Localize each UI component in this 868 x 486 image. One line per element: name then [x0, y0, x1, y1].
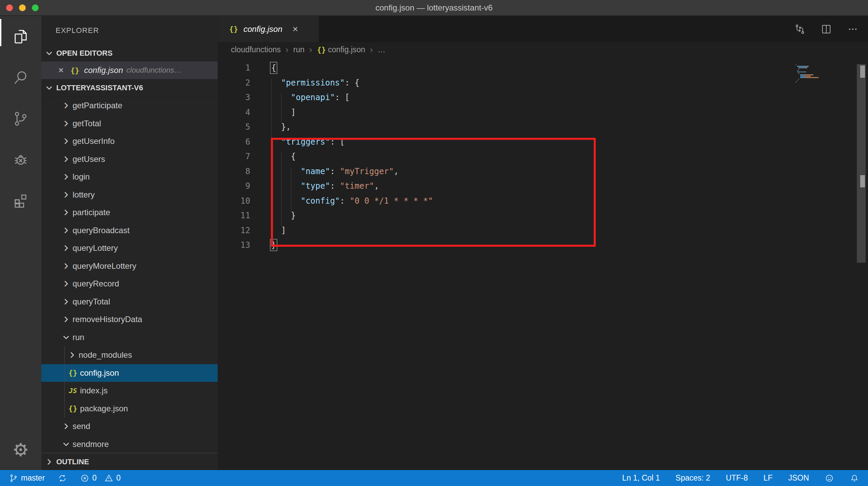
tree-item-label: queryTotal	[73, 297, 110, 306]
tab-label: config.json	[243, 24, 282, 34]
code-editor[interactable]: 1{2 "permissions": {3 "openapi": [4 ]5 }…	[218, 57, 868, 470]
errors-icon	[80, 473, 90, 483]
tree-item-label: getParticipate	[73, 101, 122, 110]
sidebar-explorer: EXPLORER OPEN EDITORS × {} config.json c…	[41, 16, 218, 470]
breadcrumb-item[interactable]: run	[293, 45, 304, 54]
feedback-button[interactable]	[825, 473, 834, 483]
tree-item-getParticipate[interactable]: getParticipate	[41, 97, 218, 115]
chevron-down-icon	[61, 332, 71, 342]
editor-actions	[794, 16, 859, 42]
code-line-2[interactable]: 2 "permissions": {	[218, 76, 868, 91]
vertical-scrollbar[interactable]	[857, 64, 866, 263]
tree-indent-guide	[64, 346, 65, 417]
explorer-icon[interactable]	[0, 16, 41, 57]
code-line-3[interactable]: 3 "openapi": [	[218, 90, 868, 105]
breadcrumb-item[interactable]: {}config.json	[317, 45, 365, 54]
chevron-right-icon: ›	[285, 44, 289, 55]
branch-name: master	[21, 473, 45, 483]
tree-item-label: send	[73, 422, 90, 431]
close-icon[interactable]: ×	[293, 24, 298, 35]
chevron-right-icon	[61, 243, 71, 253]
indent-guide	[281, 94, 281, 123]
chevron-right-icon	[61, 261, 71, 271]
tree-item-send[interactable]: send	[41, 417, 218, 435]
code-line-1[interactable]: 1{	[218, 61, 868, 76]
tree-item-run[interactable]: run	[41, 329, 218, 347]
chevron-down-icon	[61, 439, 71, 449]
project-section-header[interactable]: LOTTERYASSISTANT-V6	[41, 79, 218, 97]
tree-item-removeHistoryData[interactable]: removeHistoryData	[41, 311, 218, 329]
tree-item-sendmore[interactable]: sendmore	[41, 435, 218, 453]
sync-button[interactable]	[58, 473, 67, 483]
tree-item-getTotal[interactable]: getTotal	[41, 115, 218, 133]
tree-item-package.json[interactable]: {}package.json	[41, 400, 218, 418]
overview-ruler-mark	[860, 175, 865, 187]
tree-item-queryMoreLottery[interactable]: queryMoreLottery	[41, 257, 218, 275]
line-number: 10	[218, 194, 250, 209]
debug-icon[interactable]	[0, 139, 41, 180]
indentation-setting[interactable]: Spaces: 2	[675, 473, 710, 483]
tree-item-queryLottery[interactable]: queryLottery	[41, 239, 218, 257]
code-line-4[interactable]: 4 ]	[218, 105, 868, 120]
open-editors-header[interactable]: OPEN EDITORS	[41, 45, 218, 61]
problems-indicator[interactable]: 0 0	[80, 473, 121, 483]
chevron-right-icon	[61, 172, 71, 182]
chevron-right-icon: ›	[370, 44, 373, 55]
cursor-position[interactable]: Ln 1, Col 1	[622, 473, 660, 483]
open-editor-item-config-json[interactable]: × {} config.json cloudfunctions…	[41, 61, 218, 79]
line-number: 1	[218, 61, 250, 76]
search-icon[interactable]	[0, 57, 41, 98]
warnings-icon	[104, 473, 114, 483]
chevron-right-icon	[61, 297, 71, 307]
tree-item-label: package.json	[80, 404, 128, 413]
editor-group: {} config.json × cloudfunctions›run›{}co…	[218, 16, 868, 470]
tree-item-index.js[interactable]: JSindex.js	[41, 382, 218, 400]
tree-item-queryBroadcast[interactable]: queryBroadcast	[41, 222, 218, 240]
tree-item-config.json[interactable]: {}config.json	[41, 364, 218, 382]
chevron-right-icon	[61, 136, 71, 146]
tree-item-label: run	[73, 333, 84, 342]
source-control-icon[interactable]	[0, 98, 41, 139]
tree-item-queryRecord[interactable]: queryRecord	[41, 275, 218, 293]
git-branch-indicator[interactable]: master	[9, 473, 45, 483]
eol-setting[interactable]: LF	[764, 473, 773, 483]
tree-item-participate[interactable]: participate	[41, 204, 218, 222]
tree-item-label: index.js	[80, 386, 107, 395]
tree-item-getUsers[interactable]: getUsers	[41, 150, 218, 168]
tree-item-queryTotal[interactable]: queryTotal	[41, 293, 218, 311]
chevron-right-icon	[61, 279, 71, 289]
tree-item-node_modules[interactable]: node_modules	[41, 346, 218, 364]
tree-item-login[interactable]: login	[41, 168, 218, 186]
line-number: 12	[218, 223, 250, 238]
chevron-right-icon	[61, 154, 71, 164]
breadcrumb-item[interactable]: cloudfunctions	[231, 45, 281, 54]
open-changes-icon[interactable]	[794, 23, 806, 35]
tree-item-label: login	[73, 172, 90, 182]
gear-icon[interactable]	[0, 429, 41, 470]
chevron-right-icon	[61, 421, 71, 431]
tree-item-label: lottery	[73, 190, 95, 200]
tab-config-json[interactable]: {} config.json ×	[218, 16, 319, 42]
chevron-right-icon	[61, 225, 71, 236]
breadcrumb-item[interactable]: …	[378, 45, 386, 54]
line-number: 7	[218, 149, 250, 164]
notifications-button[interactable]	[850, 473, 859, 483]
language-mode[interactable]: JSON	[788, 473, 809, 483]
code-line-5[interactable]: 5 },	[218, 120, 868, 135]
tree-item-label: node_modules	[79, 350, 132, 360]
encoding-setting[interactable]: UTF-8	[726, 473, 748, 483]
extensions-icon[interactable]	[0, 180, 41, 221]
tree-item-label: queryMoreLottery	[73, 261, 136, 271]
tree-item-getUserInfo[interactable]: getUserInfo	[41, 132, 218, 150]
line-number: 4	[218, 105, 250, 120]
chevron-down-icon	[44, 48, 54, 58]
outline-section-header[interactable]: OUTLINE	[41, 453, 218, 470]
tree-item-lottery[interactable]: lottery	[41, 186, 218, 204]
close-icon[interactable]: ×	[56, 66, 66, 75]
minimap[interactable]	[796, 64, 836, 82]
more-actions-icon[interactable]	[847, 23, 859, 35]
tree-item-label: queryLottery	[73, 243, 118, 253]
activity-bar	[0, 16, 41, 470]
line-content: "openapi": [	[271, 90, 350, 105]
split-editor-icon[interactable]	[821, 23, 832, 35]
